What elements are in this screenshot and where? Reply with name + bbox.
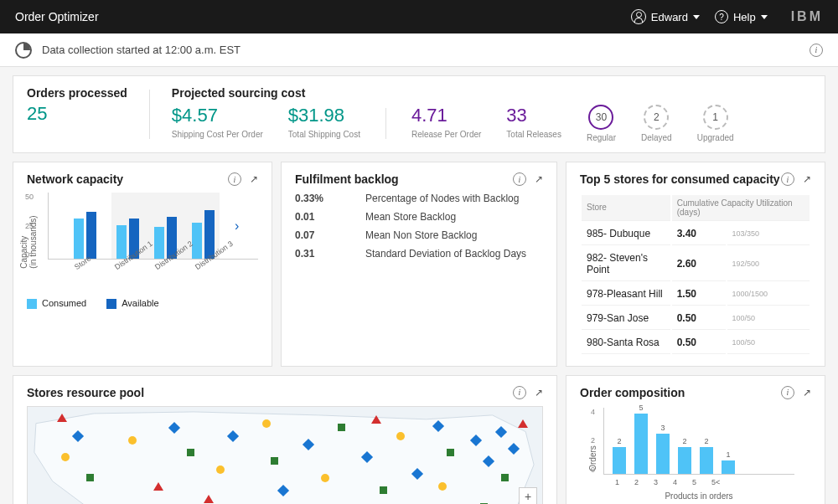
info-icon[interactable]: i xyxy=(781,172,794,186)
top5-table: StoreCumulative Capacity Utilization (da… xyxy=(580,193,811,356)
total-releases: 33 xyxy=(506,105,561,126)
zoom-in-button[interactable]: + xyxy=(520,488,536,504)
ship-cost-per-order: $4.57 xyxy=(172,105,263,126)
order-composition-chart: 4 2 0 2 5 3 2 2 1 xyxy=(603,408,794,475)
user-icon xyxy=(631,9,646,24)
delayed-circle: 2 xyxy=(644,105,669,130)
help-label: Help xyxy=(733,11,756,23)
help-icon: ? xyxy=(715,10,728,23)
chevron-down-icon xyxy=(693,15,700,19)
total-ship-cost: $31.98 xyxy=(288,105,360,126)
pie-icon xyxy=(15,42,32,59)
network-legend: Consumed Available xyxy=(27,298,258,309)
expand-icon[interactable]: ↗ xyxy=(250,173,258,185)
status-text: Data collection started at 12:00 a.m. ES… xyxy=(42,44,241,56)
order-composition-card: Order composition i ↗ Orders 4 2 0 2 5 3 xyxy=(566,375,825,504)
orders-processed-label: Orders processed xyxy=(27,86,127,100)
fulfilment-backlog-card: Fulfilment backlog i ↗ 0.33%Percentage o… xyxy=(281,162,557,367)
top5-title: Top 5 stores for consumed capacity xyxy=(580,172,780,187)
expand-icon[interactable]: ↗ xyxy=(803,173,811,185)
expand-icon[interactable]: ↗ xyxy=(535,387,543,399)
info-icon[interactable]: i xyxy=(228,172,241,186)
table-row: 982- Steven's Point2.60192/500 xyxy=(582,247,810,281)
order-composition-title: Order composition xyxy=(580,386,685,399)
network-capacity-card: Network capacity i ↗ Capacity(in thousan… xyxy=(13,162,272,367)
map-title: Stores resource pool xyxy=(27,386,144,399)
map-zoom: + − xyxy=(519,487,537,504)
info-icon[interactable]: i xyxy=(513,386,526,399)
top5-stores-card: Top 5 stores for consumed capacity i ↗ S… xyxy=(566,162,825,367)
table-row: 978-Pleasant Hill1.501000/1500 xyxy=(582,283,810,306)
info-icon[interactable]: i xyxy=(781,386,794,399)
expand-icon[interactable]: ↗ xyxy=(803,387,811,399)
top-bar-right: Edward ? Help IBM xyxy=(631,9,823,24)
table-row: 985- Dubuque3.40103/350 xyxy=(582,223,810,245)
top-bar: Order Optimizer Edward ? Help IBM xyxy=(0,0,838,33)
user-name: Edward xyxy=(651,11,688,23)
next-arrow-icon[interactable]: › xyxy=(235,219,239,234)
table-row: 980-Santa Rosa0.50100/50 xyxy=(582,332,810,354)
user-menu[interactable]: Edward xyxy=(631,9,700,24)
chevron-down-icon xyxy=(761,15,768,19)
orders-processed-value: 25 xyxy=(27,103,127,125)
sub-bar: Data collection started at 12:00 a.m. ES… xyxy=(0,33,838,67)
network-capacity-title: Network capacity xyxy=(27,172,123,186)
info-icon[interactable]: i xyxy=(810,44,823,57)
regular-circle: 30 xyxy=(588,105,613,130)
help-menu[interactable]: ? Help xyxy=(715,10,768,23)
table-row: 979-San Jose0.50100/50 xyxy=(582,307,810,330)
us-map[interactable]: + − ✓>75% ✓50-75% ✓25-50% ✓0-25% xyxy=(27,406,543,504)
kpi-card: Orders processed 25 Projected sourcing c… xyxy=(13,75,825,153)
release-per-order: 4.71 xyxy=(411,105,481,126)
oc-x-label: Products in orders xyxy=(603,491,794,501)
upgraded-circle: 1 xyxy=(703,105,728,130)
brand-logo: IBM xyxy=(791,9,823,24)
app-title: Order Optimizer xyxy=(15,10,99,23)
stores-resource-pool-card: Stores resource pool i ↗ xyxy=(13,375,557,504)
info-icon[interactable]: i xyxy=(513,172,526,186)
backlog-title: Fulfilment backlog xyxy=(295,172,399,186)
projected-sourcing-label: Projected sourcing cost xyxy=(172,86,811,100)
expand-icon[interactable]: ↗ xyxy=(535,173,543,185)
